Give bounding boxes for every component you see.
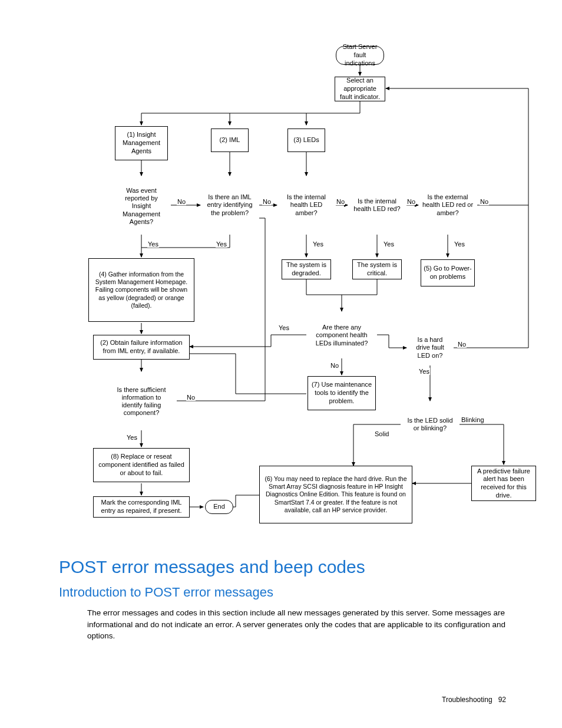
footer-section: Troubleshooting	[442, 696, 492, 704]
flow-replace-hd: (6) You may need to replace the hard dri…	[259, 466, 412, 523]
page-footer: Troubleshooting 92	[442, 696, 506, 704]
flow-critical: The system is critical.	[352, 259, 402, 279]
flow-degraded: The system is degraded.	[282, 259, 331, 279]
flow-end: End	[205, 500, 233, 514]
lbl-no: No	[457, 341, 467, 348]
flow-gather4: (4) Gather information from the System M…	[88, 258, 194, 322]
lbl-no: No	[186, 394, 196, 401]
lbl-yes: Yes	[383, 241, 395, 248]
flow-poweron: (5) Go to Power-on problems	[421, 259, 475, 286]
flow-predictive: A predictive failure alert has been rece…	[471, 466, 536, 501]
lbl-no: No	[406, 198, 416, 205]
lbl-no: No	[262, 198, 272, 205]
lbl-solid: Solid	[374, 430, 389, 437]
lbl-yes: Yes	[278, 324, 290, 331]
flow-opt2: (2) IML	[211, 129, 249, 152]
dia-ext-led: Is the external health LED red or amber?	[419, 177, 476, 233]
lbl-yes: Yes	[454, 241, 465, 248]
lbl-yes: Yes	[418, 368, 430, 375]
flow-opt3: (3) LEDs	[287, 129, 325, 152]
dia-led-red: Is the internal health LED red?	[349, 177, 405, 233]
lbl-yes: Yes	[216, 241, 227, 248]
lbl-no: No	[330, 362, 339, 369]
dia-sufficient: Is there sufficient information to ident…	[107, 373, 176, 430]
flow-start: Start Server fault indications	[336, 46, 384, 65]
flow-mark-iml: Mark the corresponding IML entry as repa…	[93, 496, 190, 518]
dia-iml-entry: Is there an IML entry identifying the pr…	[201, 177, 258, 233]
lbl-yes: Yes	[312, 241, 324, 248]
flow-use-tools: (7) Use maintenance tools to identify th…	[308, 376, 376, 410]
heading-post-error: POST error messages and beep codes	[59, 557, 365, 577]
dia-event-reported: Was event reported by Insight Management…	[112, 177, 171, 236]
footer-page-number: 92	[498, 696, 506, 704]
lbl-blinking: Blinking	[461, 416, 485, 423]
dia-comp-leds: Are there any component health LEDs illu…	[309, 312, 375, 358]
flow-obtain2: (2) Obtain failure information from IML …	[93, 335, 190, 360]
dia-hd-fault: Is a hard drive fault LED on?	[408, 331, 452, 364]
lbl-yes: Yes	[147, 241, 159, 248]
lbl-no: No	[480, 198, 489, 205]
flow-replace8: (8) Replace or reseat component identifi…	[93, 448, 190, 482]
heading-intro-post: Introduction to POST error messages	[59, 585, 273, 600]
lbl-yes: Yes	[126, 434, 138, 441]
flow-select-fault: Select an appropriate fault indicator.	[335, 77, 385, 101]
lbl-no: No	[336, 198, 345, 205]
flow-opt1: (1) Insight Management Agents	[115, 126, 168, 160]
dia-solid-blink: Is the LED solid or blinking?	[403, 402, 457, 447]
body-paragraph: The error messages and codes in this sec…	[87, 607, 505, 642]
lbl-no: No	[177, 198, 186, 205]
dia-led-amber: Is the internal health LED amber?	[278, 177, 335, 233]
